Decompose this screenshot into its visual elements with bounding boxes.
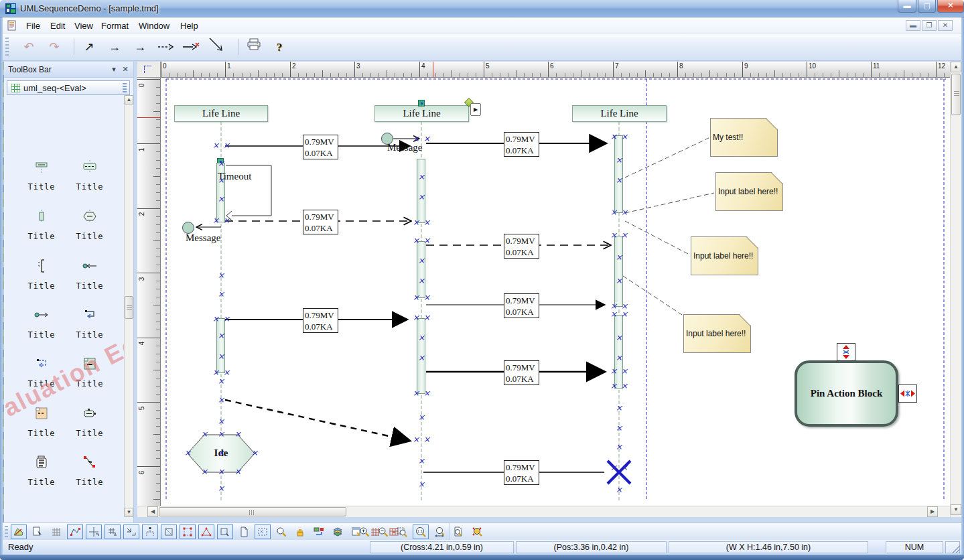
smart-tag-button[interactable]: ▶ bbox=[470, 103, 481, 116]
snap-corner-button[interactable] bbox=[123, 524, 139, 539]
toolbar-grip[interactable] bbox=[5, 38, 9, 56]
magnifier-button[interactable] bbox=[273, 524, 289, 539]
message-label[interactable]: 0.79MV0.07KA bbox=[303, 210, 338, 234]
scroll-thumb[interactable] bbox=[951, 74, 961, 115]
diagonal-line-button[interactable] bbox=[205, 37, 228, 57]
activation-bar[interactable] bbox=[614, 236, 623, 307]
scroll-thumb[interactable] bbox=[125, 296, 133, 319]
palette-item-message-queue[interactable]: Title bbox=[21, 452, 62, 495]
zoom-fit-page-button[interactable] bbox=[450, 524, 466, 539]
page-button[interactable] bbox=[236, 524, 252, 539]
toolbox-collapse-button[interactable]: ▾ bbox=[109, 65, 119, 74]
mdi-restore-button[interactable]: ❐ bbox=[922, 20, 937, 31]
pick-region-button[interactable] bbox=[217, 524, 233, 539]
dashed-arrow-button[interactable] bbox=[154, 37, 177, 57]
menu-help[interactable]: Help bbox=[176, 19, 203, 31]
snap-grid-button[interactable] bbox=[105, 524, 121, 539]
toolbox-group-header[interactable]: uml_seq-<Eval> bbox=[7, 80, 130, 95]
scroll-down-button[interactable]: ▼ bbox=[125, 508, 133, 517]
branch-button[interactable] bbox=[142, 524, 158, 539]
marquee-select-button[interactable] bbox=[255, 524, 271, 539]
pin-right[interactable] bbox=[898, 384, 917, 403]
print-button[interactable] bbox=[243, 37, 265, 57]
zoom-one-to-one-button[interactable]: 1:1 bbox=[413, 524, 429, 539]
palette-item-found-message-in[interactable]: Title bbox=[70, 256, 110, 299]
message-label[interactable]: 0.79MV0.07KA bbox=[504, 132, 539, 157]
lifeline-head[interactable]: Life Line bbox=[374, 105, 469, 122]
lost-message-button[interactable] bbox=[180, 37, 202, 57]
layers-button[interactable] bbox=[330, 524, 346, 539]
select-object-button[interactable] bbox=[29, 524, 46, 539]
activation-bar[interactable] bbox=[614, 135, 623, 213]
title-bar[interactable]: UMLSequenceDemo - [sample.tmd] ▬ ▢ ✕ bbox=[0, 0, 964, 17]
region-diagonal-button[interactable] bbox=[161, 524, 177, 539]
activation-bar[interactable] bbox=[216, 318, 225, 373]
scroll-thumb[interactable] bbox=[159, 507, 346, 516]
message-label[interactable]: 0.79MV0.07KA bbox=[303, 135, 338, 159]
redo-button[interactable]: ↷ bbox=[43, 37, 66, 57]
undo-button[interactable]: ↶ bbox=[17, 37, 40, 57]
palette-item-lifeline-head[interactable]: Title bbox=[21, 157, 62, 200]
activation-bar[interactable] bbox=[614, 315, 623, 389]
scroll-down-button[interactable]: ▼ bbox=[951, 504, 961, 515]
palette-item-lifeline[interactable]: Title bbox=[70, 157, 110, 200]
region-handles-button[interactable] bbox=[180, 524, 196, 539]
grid-button[interactable] bbox=[48, 524, 64, 539]
mdi-minimize-button[interactable]: ▬ bbox=[906, 20, 920, 31]
activation-bar[interactable] bbox=[417, 241, 425, 298]
mdi-close-button[interactable]: ✕ bbox=[938, 20, 953, 31]
message-label[interactable]: 0.79MV0.07KA bbox=[504, 460, 539, 485]
lifeline-head[interactable]: Life Line bbox=[572, 105, 667, 122]
close-button[interactable]: ✕ bbox=[937, 0, 964, 13]
diagram-mode-button[interactable] bbox=[11, 524, 27, 539]
menu-edit[interactable]: Edit bbox=[46, 19, 70, 31]
zoom-out-button[interactable] bbox=[375, 524, 391, 539]
zoom-objects-button[interactable] bbox=[469, 524, 485, 539]
menu-file[interactable]: File bbox=[21, 19, 45, 31]
pin-action-block[interactable]: Pin Action Block bbox=[795, 360, 898, 427]
message-label[interactable]: 0.79MV0.07KA bbox=[504, 360, 539, 385]
zoom-fit-width-button[interactable] bbox=[431, 524, 449, 539]
menu-view[interactable]: View bbox=[70, 19, 98, 31]
resize-grip[interactable] bbox=[951, 545, 960, 553]
diagram-canvas[interactable]: Life Line Life Line Life Line ▶ 0.79MV0.… bbox=[161, 78, 950, 506]
palette-item-found-message-out[interactable]: Title bbox=[21, 305, 62, 348]
palette-item-curve-link[interactable]: Title bbox=[70, 452, 110, 495]
message-label[interactable]: 0.79MV0.07KA bbox=[303, 308, 338, 333]
message-label[interactable]: 0.79MV0.07KA bbox=[504, 234, 539, 259]
palette-item-self-message[interactable]: Title bbox=[70, 305, 110, 348]
message-arrow-button[interactable]: → bbox=[103, 37, 126, 57]
palette-item-hexagon[interactable]: Title bbox=[70, 206, 110, 249]
toolbox-close-button[interactable]: ✕ bbox=[121, 65, 130, 74]
scroll-left-button[interactable]: ◀ bbox=[147, 506, 158, 517]
toolbar-grip[interactable] bbox=[5, 526, 8, 538]
pan-hand-button[interactable] bbox=[292, 524, 308, 539]
maximize-button[interactable]: ▢ bbox=[918, 0, 936, 13]
pointer-tool-button[interactable]: ↗ bbox=[78, 37, 100, 57]
message-arrow-bold-button[interactable]: → bbox=[129, 37, 151, 57]
scroll-right-button[interactable]: ▶ bbox=[927, 506, 938, 517]
cross-guide-button[interactable] bbox=[86, 524, 102, 539]
toolbox-header[interactable]: ToolBox Bar ▾ ✕ bbox=[4, 62, 133, 78]
scroll-up-button[interactable]: ▲ bbox=[951, 62, 961, 72]
polyline-button[interactable] bbox=[67, 524, 83, 539]
help-button[interactable]: ? bbox=[268, 37, 291, 57]
palette-item-pin-block[interactable]: Title bbox=[70, 403, 110, 446]
selection-handle-square[interactable] bbox=[418, 100, 425, 107]
found-message-label[interactable]: Message bbox=[186, 232, 221, 244]
zoom-region-button[interactable] bbox=[394, 524, 410, 539]
palette-item-activation[interactable]: Title bbox=[21, 206, 62, 249]
found-message-label[interactable]: Message bbox=[387, 142, 423, 153]
minimize-button[interactable]: ▬ bbox=[898, 0, 916, 13]
horizontal-scrollbar[interactable]: ◀ ▶ bbox=[137, 506, 950, 517]
triangle-tool-button[interactable] bbox=[198, 524, 214, 539]
note[interactable]: Input label here!! bbox=[683, 314, 751, 353]
activation-bar[interactable] bbox=[417, 159, 425, 223]
note[interactable]: My test!! bbox=[710, 118, 778, 157]
scroll-up-button[interactable]: ▲ bbox=[125, 95, 133, 104]
message-label[interactable]: 0.79MV0.07KA bbox=[504, 293, 539, 318]
note[interactable]: Input label here!! bbox=[691, 236, 758, 275]
vertical-scrollbar[interactable]: ▲ ▼ bbox=[950, 62, 961, 517]
pin-top[interactable] bbox=[837, 343, 855, 361]
lifeline-head[interactable]: Life Line bbox=[174, 105, 268, 122]
